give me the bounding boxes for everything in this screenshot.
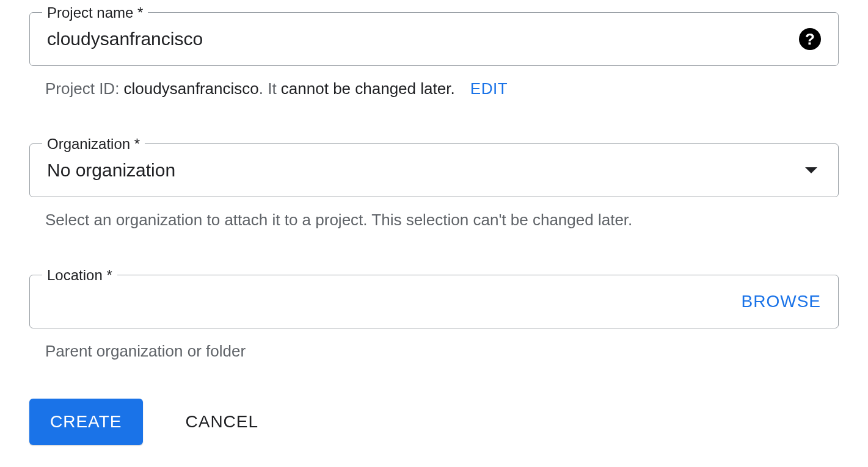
browse-button[interactable]: BROWSE (742, 292, 821, 311)
project-name-input[interactable] (47, 29, 799, 49)
edit-project-id-button[interactable]: EDIT (470, 79, 508, 98)
organization-label: Organization * (42, 136, 145, 153)
organization-field[interactable]: Organization * No organization (29, 143, 839, 197)
location-field-wrapper: Location * BROWSE Parent organization or… (29, 275, 839, 363)
organization-field-wrapper: Organization * No organization Select an… (29, 143, 839, 232)
cancel-button[interactable]: CANCEL (180, 399, 265, 445)
button-row: CREATE CANCEL (29, 399, 839, 445)
location-label: Location * (42, 267, 117, 284)
project-id-suffix-bold: cannot be changed later. (281, 79, 455, 98)
help-icon[interactable]: ? (799, 28, 821, 50)
organization-value: No organization (47, 160, 175, 181)
organization-select[interactable]: No organization (47, 160, 821, 181)
chevron-down-icon (805, 167, 817, 173)
project-id-suffix-plain: . It (259, 79, 281, 98)
new-project-form: Project name * ? Project ID: cloudysanfr… (29, 12, 839, 445)
project-id-prefix: Project ID: (45, 79, 124, 98)
project-name-field[interactable]: Project name * ? (29, 12, 839, 66)
project-name-label: Project name * (42, 4, 148, 21)
project-id-value: cloudysanfrancisco (124, 79, 259, 98)
location-field[interactable]: Location * BROWSE (29, 275, 839, 328)
create-button[interactable]: CREATE (29, 399, 143, 445)
location-helper: Parent organization or folder (45, 339, 839, 363)
organization-helper: Select an organization to attach it to a… (45, 208, 839, 232)
project-id-helper: Project ID: cloudysanfrancisco. It canno… (45, 77, 839, 101)
project-name-field-wrapper: Project name * ? Project ID: cloudysanfr… (29, 12, 839, 101)
